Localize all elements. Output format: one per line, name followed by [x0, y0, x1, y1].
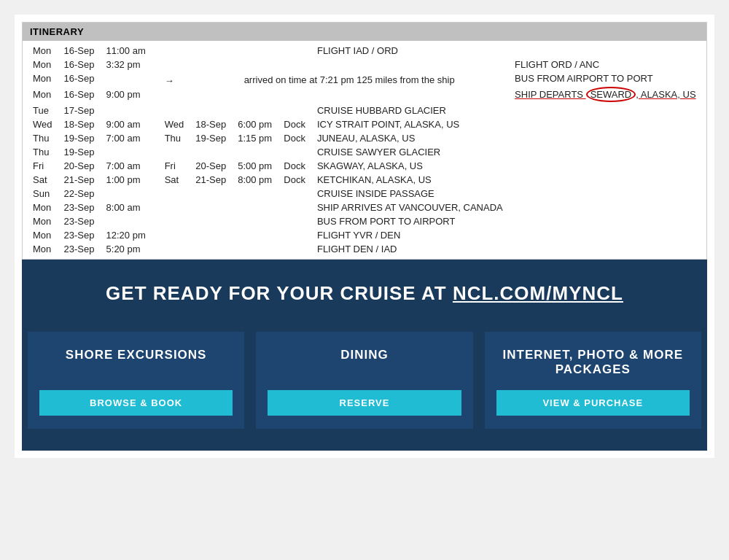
- itinerary-title: ITINERARY: [23, 23, 706, 41]
- row-date: 23-Sep: [58, 214, 101, 228]
- row-day2: [159, 187, 190, 201]
- row-time-depart: 12:20 pm: [101, 228, 159, 242]
- row-date: 23-Sep: [58, 201, 101, 214]
- row-date: 21-Sep: [58, 173, 101, 187]
- row-time2: [232, 104, 278, 117]
- row-time-depart: 9:00 am: [101, 117, 159, 131]
- row-date2: [190, 201, 232, 214]
- itinerary-table: Mon16-Sep11:00 amFLIGHT IAD / ORDMon16-S…: [27, 44, 702, 256]
- row-day: Tue: [27, 104, 58, 117]
- row-day2: [159, 145, 190, 159]
- card-title: DINING: [340, 348, 389, 362]
- card-item: DININGRESERVE: [256, 332, 472, 429]
- row-day2: Wed: [159, 117, 190, 131]
- row-dock: Dock: [278, 131, 311, 145]
- row-time2: 8:00 pm: [232, 173, 278, 187]
- row-day2: Fri: [159, 159, 190, 173]
- row-date: 16-Sep: [58, 58, 101, 71]
- row-time-depart: 7:00 am: [101, 131, 159, 145]
- row-time2: [232, 187, 278, 201]
- row-date: 19-Sep: [58, 131, 101, 145]
- row-day: Mon: [27, 228, 58, 242]
- row-day: Mon: [27, 85, 58, 104]
- row-day: Sat: [27, 173, 58, 187]
- row-description: FLIGHT IAD / ORD: [311, 44, 509, 58]
- row-date2: [190, 242, 232, 256]
- row-dock: Dock: [278, 173, 311, 187]
- banner-text: GET READY FOR YOUR CRUISE AT: [106, 282, 453, 304]
- row-dock: Dock: [278, 159, 311, 173]
- row-day: Thu: [27, 131, 58, 145]
- row-day2: [159, 104, 190, 117]
- row-time-depart: 8:00 am: [101, 201, 159, 214]
- row-day2: [159, 44, 190, 58]
- ncl-banner: GET READY FOR YOUR CRUISE AT NCL.COM/MYN…: [22, 260, 707, 324]
- row-date: 23-Sep: [58, 228, 101, 242]
- card-button[interactable]: BROWSE & BOOK: [39, 390, 233, 416]
- seward-circled: SEWARD: [586, 87, 636, 102]
- row-day2: Thu: [159, 131, 190, 145]
- row-dock: [278, 145, 311, 159]
- row-time-depart: [101, 214, 159, 228]
- row-time-depart: [101, 187, 159, 201]
- row-day2: Sat: [159, 173, 190, 187]
- row-time-depart: [101, 104, 159, 117]
- row-description: CRUISE HUBBARD GLACIER: [311, 104, 509, 117]
- row-day: Mon: [27, 214, 58, 228]
- row-description: SKAGWAY, ALASKA, US: [311, 159, 509, 173]
- row-description: ICY STRAIT POINT, ALASKA, US: [311, 117, 509, 131]
- row-day: Mon: [27, 58, 58, 71]
- row-time-depart: 3:32 pm: [101, 58, 159, 71]
- row-date2: 18-Sep: [190, 117, 232, 131]
- itinerary-section: ITINERARY Mon16-Sep11:00 amFLIGHT IAD / …: [22, 22, 707, 260]
- row-dock: Dock: [278, 117, 311, 131]
- row-date2: [190, 145, 232, 159]
- row-day2: [159, 242, 190, 256]
- row-day2: [159, 201, 190, 214]
- row-time-depart: 7:00 am: [101, 159, 159, 173]
- row-time2: [232, 145, 278, 159]
- row-time2: 5:00 pm: [232, 159, 278, 173]
- row-date: 22-Sep: [58, 187, 101, 201]
- row-dock: [278, 104, 311, 117]
- row-time-depart: 9:00 pm: [101, 85, 159, 104]
- arrow-icon: →: [159, 58, 190, 104]
- row-day: Mon: [27, 201, 58, 214]
- card-button[interactable]: VIEW & PURCHASE: [496, 390, 690, 416]
- row-dock: [278, 201, 311, 214]
- row-time2: 1:15 pm: [232, 131, 278, 145]
- row-time2: [232, 201, 278, 214]
- card-item: INTERNET, PHOTO & MORE PACKAGESVIEW & PU…: [485, 332, 701, 429]
- row-dock: [278, 242, 311, 256]
- row-day: Wed: [27, 117, 58, 131]
- row-date: 16-Sep: [58, 85, 101, 104]
- row-date2: 21-Sep: [190, 173, 232, 187]
- row-day: Mon: [27, 44, 58, 58]
- page-wrapper: ITINERARY Mon16-Sep11:00 amFLIGHT IAD / …: [15, 15, 714, 458]
- row-dock: [278, 228, 311, 242]
- row-description: JUNEAU, ALASKA, US: [311, 131, 509, 145]
- row-date: 20-Sep: [58, 159, 101, 173]
- annotation-text: arrived on time at 7:21 pm 125 miles fro…: [190, 58, 509, 104]
- card-title: INTERNET, PHOTO & MORE PACKAGES: [496, 348, 690, 377]
- card-button[interactable]: RESERVE: [268, 390, 461, 416]
- row-day: Sun: [27, 187, 58, 201]
- row-dock: [278, 44, 311, 58]
- row-description: CRUISE SAWYER GLACIER: [311, 145, 509, 159]
- row-description: SHIP DEPARTS SEWARD, ALASKA, US: [509, 85, 702, 104]
- row-description: BUS FROM AIRPORT TO PORT: [509, 71, 702, 85]
- row-date: 16-Sep: [58, 44, 101, 58]
- row-date: 23-Sep: [58, 242, 101, 256]
- row-day: Thu: [27, 145, 58, 159]
- row-day: Mon: [27, 71, 58, 85]
- row-dock: [278, 187, 311, 201]
- row-date: 19-Sep: [58, 145, 101, 159]
- ncl-link[interactable]: NCL.COM/MYNCL: [453, 282, 623, 304]
- row-time2: [232, 242, 278, 256]
- row-description: BUS FROM PORT TO AIRPORT: [311, 214, 509, 228]
- row-description: SHIP ARRIVES AT VANCOUVER, CANADA: [311, 201, 509, 214]
- row-day2: [159, 214, 190, 228]
- card-title: SHORE EXCURSIONS: [66, 348, 207, 362]
- row-time2: 6:00 pm: [232, 117, 278, 131]
- row-day: Mon: [27, 242, 58, 256]
